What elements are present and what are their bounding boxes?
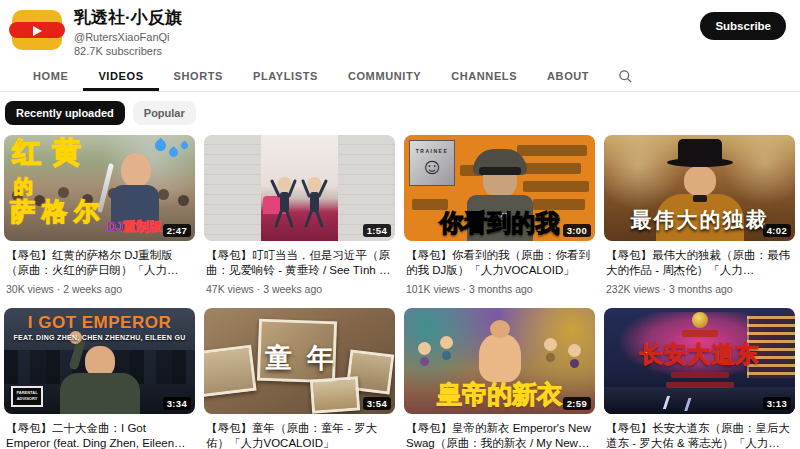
thumb-overlay-text: 红黄 xyxy=(12,138,92,167)
parental-advisory-badge: PARENTAL ADVISORY xyxy=(11,386,43,407)
emperor-figure-decoration xyxy=(479,334,521,382)
search-button[interactable] xyxy=(604,61,647,91)
video-meta: 47K views · 3 weeks ago xyxy=(206,283,393,295)
video-duration-badge: 3:13 xyxy=(763,397,791,410)
video-card[interactable]: 皇帝的新衣 2:59 【辱包】皇帝的新衣 Emperor's New Swag（… xyxy=(404,308,595,449)
video-duration-badge: 2:59 xyxy=(563,397,591,410)
credit-text-decoration xyxy=(666,382,734,388)
channel-header: 乳透社·小反旗 @RutersXiaoFanQi 82.7K subscribe… xyxy=(0,0,800,57)
crowd-figure-decoration xyxy=(418,342,431,355)
video-title[interactable]: 【辱包】你看到的我（原曲：你看到的我 DJ版）「人力VOCALOID」 xyxy=(406,248,593,278)
figure-body xyxy=(60,373,140,413)
subscriber-count: 82.7K subscribers xyxy=(74,45,700,57)
chip-popular[interactable]: Popular xyxy=(133,101,196,125)
video-card[interactable]: 1:54 【辱包】叮叮当当，但是习近平（原曲：见爱响铃 - 黄垂玲 / See … xyxy=(204,135,395,294)
lyrics-text-decoration xyxy=(523,163,581,174)
channel-avatar xyxy=(12,8,62,52)
thumb-overlay-text: 童年 xyxy=(204,340,395,376)
video-card[interactable]: 长安大道东 3:13 【辱包】长安大道东（原曲：皇后大道东 - 罗大佑 & 蒋志… xyxy=(604,308,795,449)
video-meta: 30K views · 2 weeks ago xyxy=(6,283,193,295)
video-title[interactable]: 【辱包】二十大金曲：I Got Emperor (feat. Ding Zhen… xyxy=(6,421,193,449)
video-card[interactable]: SWAT TRAINEE ☺ 你看到的我 3:00 【辱包】你看到的我（原曲：你… xyxy=(404,135,595,294)
sweat-drops-icon xyxy=(155,140,188,157)
video-meta: 232K views · 3 months ago xyxy=(606,283,793,295)
channel-name: 乳透社·小反旗 xyxy=(74,7,700,28)
album-cover: TRAINEE ☺ xyxy=(409,140,455,186)
video-title[interactable]: 【辱包】童年（原曲：童年 - 罗大佑）「人力VOCALOID」 xyxy=(206,421,393,449)
video-duration-badge: 4:02 xyxy=(763,224,791,237)
thumb-overlay-text: 萨格尔 xyxy=(10,199,106,224)
search-icon xyxy=(618,69,633,84)
video-thumbnail[interactable]: I GOT EMPEROR FEAT. DING ZHEN, CHEN ZHEN… xyxy=(4,308,195,414)
lyrics-text-decoration xyxy=(523,181,589,192)
channel-handle: @RutersXiaoFanQi xyxy=(74,31,700,43)
dancers-icon xyxy=(267,174,333,230)
video-thumbnail[interactable]: SWAT TRAINEE ☺ 你看到的我 3:00 xyxy=(404,135,595,241)
video-thumbnail[interactable]: 长安大道东 3:13 xyxy=(604,308,795,414)
video-title[interactable]: 【辱包】叮叮当当，但是习近平（原曲：见爱响铃 - 黄垂玲 / See Tình … xyxy=(206,248,393,278)
bowtie-decoration xyxy=(693,195,707,202)
video-duration-badge: 2:47 xyxy=(163,224,191,237)
channel-tabbar: HOME VIDEOS SHORTS PLAYLISTS COMMUNITY C… xyxy=(0,61,800,92)
tab-shorts[interactable]: SHORTS xyxy=(159,61,238,91)
credit-text-decoration xyxy=(671,372,729,378)
video-thumbnail[interactable]: 童年 3:54 xyxy=(204,308,395,414)
lyrics-text-decoration xyxy=(517,145,587,156)
tab-channels[interactable]: CHANNELS xyxy=(436,61,532,91)
tab-videos[interactable]: VIDEOS xyxy=(83,61,158,91)
figure-face xyxy=(483,175,517,197)
video-card[interactable]: I GOT EMPEROR FEAT. DING ZHEN, CHEN ZHEN… xyxy=(4,308,195,449)
thumb-badge-text: DJ重制版 xyxy=(106,218,162,236)
tab-playlists[interactable]: PLAYLISTS xyxy=(238,61,333,91)
crowd-figure-decoration xyxy=(440,336,453,349)
thumb-overlay-text: I GOT EMPEROR xyxy=(4,313,195,333)
video-title[interactable]: 【辱包】最伟大的独裁（原曲：最伟大的作品 - 周杰伦）「人力VOCALOID」 xyxy=(606,248,793,278)
video-duration-badge: 3:00 xyxy=(563,224,591,237)
figure-face xyxy=(121,153,151,187)
video-thumbnail[interactable]: 1:54 xyxy=(204,135,395,241)
subscribe-button[interactable]: Subscribe xyxy=(700,12,786,40)
thumb-feat-text: FEAT. DING ZHEN, CHEN ZHENZHU, EILEEN GU xyxy=(4,334,195,341)
crowd-figure-decoration xyxy=(568,344,581,357)
national-emblem-icon xyxy=(692,312,708,328)
video-title[interactable]: 【辱包】红黄的萨格尔 DJ重制版（原曲：火红的萨日朗）「人力VOCALOID」 xyxy=(6,248,193,278)
video-duration-badge: 3:34 xyxy=(163,397,191,410)
video-duration-badge: 1:54 xyxy=(363,224,391,237)
goggles-decoration xyxy=(479,167,521,175)
video-meta: 101K views · 3 months ago xyxy=(406,283,593,295)
thumb-overlay-text: 长安大道东 xyxy=(604,339,795,370)
video-thumbnail[interactable]: 皇帝的新衣 2:59 xyxy=(404,308,595,414)
video-title[interactable]: 【辱包】皇帝的新衣 Emperor's New Swag（原曲：我的新衣 / M… xyxy=(406,421,593,449)
play-triangle-icon xyxy=(33,26,42,36)
video-card[interactable]: 红黄 的 萨格尔 DJ重制版 2:47 【辱包】红黄的萨格尔 DJ重制版（原曲：… xyxy=(4,135,195,294)
video-title[interactable]: 【辱包】长安大道东（原曲：皇后大道东 - 罗大佑 & 蒋志光）「人力VOCALO… xyxy=(606,421,793,449)
label-text-decoration xyxy=(682,330,718,337)
video-grid: 红黄 的 萨格尔 DJ重制版 2:47 【辱包】红黄的萨格尔 DJ重制版（原曲：… xyxy=(0,129,800,449)
video-duration-badge: 3:54 xyxy=(363,397,391,410)
photo-decoration xyxy=(310,376,360,413)
video-thumbnail[interactable]: 最伟大的独裁 4:02 xyxy=(604,135,795,241)
tab-about[interactable]: ABOUT xyxy=(532,61,604,91)
thumb-overlay-text: 的 xyxy=(14,177,33,196)
tab-home[interactable]: HOME xyxy=(18,61,83,91)
video-card[interactable]: 最伟大的独裁 4:02 【辱包】最伟大的独裁（原曲：最伟大的作品 - 周杰伦）「… xyxy=(604,135,795,294)
top-hat-icon xyxy=(678,139,722,163)
filter-chips: Recently uploaded Popular xyxy=(0,92,800,129)
figure-face xyxy=(684,166,716,196)
crowd-figure-decoration xyxy=(544,338,557,351)
chip-recently-uploaded[interactable]: Recently uploaded xyxy=(5,101,125,125)
smiley-icon: ☺ xyxy=(420,155,443,178)
video-card[interactable]: 童年 3:54 【辱包】童年（原曲：童年 - 罗大佑）「人力VOCALOID」 … xyxy=(204,308,395,449)
channel-info: 乳透社·小反旗 @RutersXiaoFanQi 82.7K subscribe… xyxy=(74,7,700,57)
video-thumbnail[interactable]: 红黄 的 萨格尔 DJ重制版 2:47 xyxy=(4,135,195,241)
tab-community[interactable]: COMMUNITY xyxy=(333,61,436,91)
